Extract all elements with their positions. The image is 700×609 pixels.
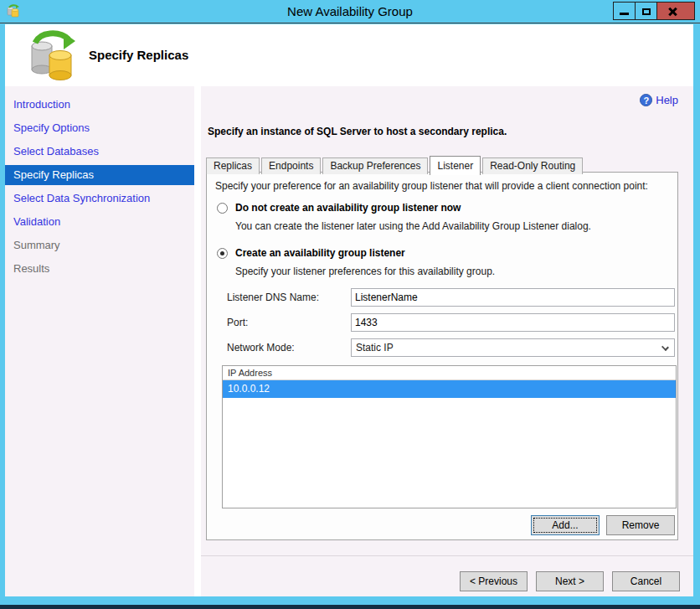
wizard-header: Specify Replicas [5,24,693,86]
nav-summary: Summary [5,235,194,255]
nav-introduction[interactable]: Introduction [5,95,194,115]
port-input[interactable] [351,313,675,332]
ip-address-column-header[interactable]: IP Address [223,366,676,380]
option-create-listener-label: Create an availability group listener [235,247,669,259]
dialog-window: New Availability Group Specify Replicas … [0,0,700,609]
help-label: Help [656,94,678,106]
tab-listener[interactable]: Listener [430,156,481,175]
cancel-button[interactable]: Cancel [612,571,680,591]
minimize-button[interactable] [613,2,636,20]
listener-description: Specify your preference for an availabil… [215,180,648,192]
network-mode-select[interactable]: Static IP [351,338,675,357]
tab-endpoints[interactable]: Endpoints [261,157,321,174]
window-controls [614,2,695,20]
nav-select-databases[interactable]: Select Databases [5,142,194,162]
nav-specify-replicas[interactable]: Specify Replicas [5,165,194,185]
titlebar: New Availability Group [0,0,700,23]
nav-select-data-synchronization[interactable]: Select Data Synchronization [5,188,194,209]
main-panel: ? Help Specify an instance of SQL Server… [201,86,693,596]
dns-name-label: Listener DNS Name: [227,292,319,303]
maximize-icon [642,8,651,15]
window-bottom-edge [0,605,700,609]
help-link[interactable]: ? Help [640,94,678,106]
tab-backup-preferences[interactable]: Backup Preferences [322,157,428,174]
port-label: Port: [227,317,248,328]
close-button[interactable] [656,2,695,20]
window-title: New Availability Group [0,4,700,18]
radio-no-listener[interactable] [217,203,228,214]
nav-results: Results [5,259,194,279]
network-mode-value: Static IP [356,342,394,354]
option-no-listener[interactable]: Do not create an availability group list… [217,202,669,232]
maximize-button[interactable] [635,2,657,20]
minimize-icon [620,13,629,15]
option-create-listener-subtext: Specify your listener preferences for th… [235,266,669,277]
panel-divider [194,86,201,596]
wizard-nav: Introduction Specify Options Select Data… [5,86,194,596]
tab-read-only-routing[interactable]: Read-Only Routing [482,157,583,174]
option-create-listener[interactable]: Create an availability group listener Sp… [217,247,669,277]
ip-address-list: IP Address 10.0.0.12 [222,365,677,508]
replicas-database-icon [27,29,79,81]
help-icon: ? [640,94,652,106]
tab-strip: Replicas Endpoints Backup Preferences Li… [206,155,584,174]
previous-button[interactable]: < Previous [460,571,528,591]
next-button[interactable]: Next > [536,571,604,591]
remove-button[interactable]: Remove [606,515,675,535]
dns-name-input[interactable] [351,288,675,307]
footer-divider [201,555,693,556]
option-no-listener-label: Do not create an availability group list… [235,202,669,214]
radio-create-listener[interactable] [217,248,228,259]
instructions-heading: Specify an instance of SQL Server to hos… [208,126,507,137]
chevron-down-icon [661,343,669,351]
ip-address-row[interactable]: 10.0.0.12 [223,380,676,398]
add-button[interactable]: Add... [531,515,600,535]
nav-validation[interactable]: Validation [5,212,194,232]
wizard-buttons: < Previous Next > Cancel [451,571,680,591]
network-mode-label: Network Mode: [227,342,295,354]
listener-tab-page: Specify your preference for an availabil… [206,172,678,540]
nav-specify-options[interactable]: Specify Options [5,118,194,138]
option-no-listener-subtext: You can create the listener later using … [235,220,669,232]
list-buttons: Add... Remove [524,515,675,535]
page-title: Specify Replicas [89,48,188,62]
tab-replicas[interactable]: Replicas [206,157,260,174]
